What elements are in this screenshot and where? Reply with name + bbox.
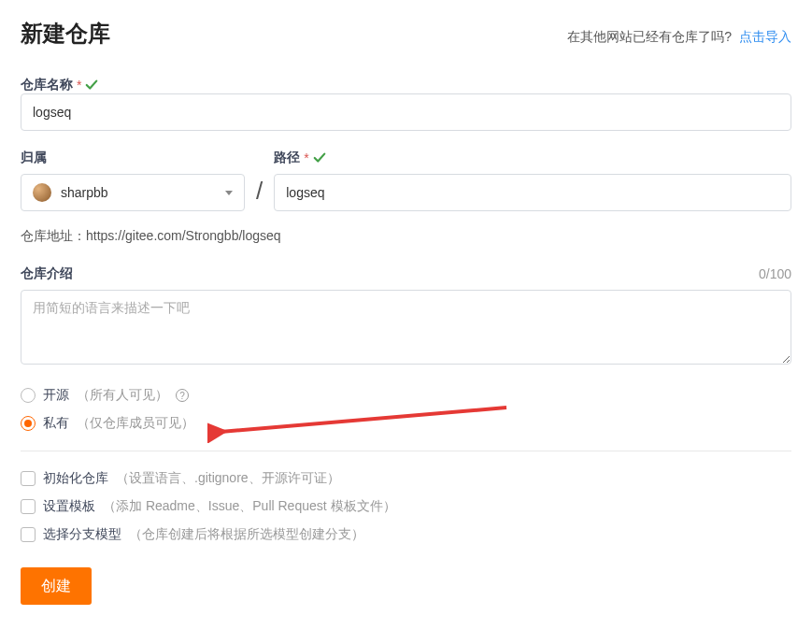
repo-name-input[interactable] — [21, 93, 791, 131]
check-icon — [85, 79, 98, 92]
chevron-down-icon — [225, 191, 233, 195]
path-input[interactable] — [274, 174, 791, 211]
repo-address: 仓库地址：https://gitee.com/Strongbb/logseq — [21, 228, 791, 245]
divider — [21, 451, 791, 451]
template-label: 设置模板 — [43, 498, 95, 515]
create-button[interactable]: 创建 — [21, 567, 92, 605]
page-title: 新建仓库 — [21, 19, 110, 49]
avatar — [33, 183, 51, 202]
visibility-public-radio[interactable] — [21, 388, 36, 403]
branch-model-label: 选择分支模型 — [43, 526, 121, 543]
branch-model-hint: （仓库创建后将根据所选模型创建分支） — [129, 526, 364, 543]
path-separator: / — [256, 177, 263, 211]
init-repo-hint: （设置语言、.gitignore、开源许可证） — [116, 470, 340, 487]
intro-counter: 0/100 — [759, 266, 791, 281]
visibility-public-hint: （所有人可见） — [77, 387, 168, 404]
intro-textarea[interactable] — [21, 290, 791, 365]
owner-label: 归属 — [21, 150, 47, 166]
template-checkbox[interactable] — [21, 499, 36, 514]
help-icon[interactable]: ? — [176, 389, 189, 402]
branch-model-checkbox[interactable] — [21, 527, 36, 542]
check-icon — [313, 151, 326, 165]
init-repo-checkbox[interactable] — [21, 471, 36, 486]
visibility-private-hint: （仅仓库成员可见） — [77, 415, 194, 432]
intro-label: 仓库介绍 — [21, 265, 73, 282]
visibility-private-label: 私有 — [43, 415, 69, 432]
init-repo-label: 初始化仓库 — [43, 470, 108, 487]
owner-dropdown[interactable]: sharpbb — [21, 174, 245, 211]
path-label: 路径 — [274, 150, 300, 166]
required-mark: * — [77, 78, 81, 93]
required-mark: * — [304, 150, 308, 165]
import-link[interactable]: 点击导入 — [739, 29, 791, 44]
template-hint: （添加 Readme、Issue、Pull Request 模板文件） — [103, 498, 396, 515]
import-prompt: 在其他网站已经有仓库了吗? 点击导入 — [567, 29, 791, 46]
visibility-public-label: 开源 — [43, 387, 69, 404]
visibility-private-radio[interactable] — [21, 416, 36, 431]
import-prompt-text: 在其他网站已经有仓库了吗? — [567, 29, 732, 44]
repo-name-label: 仓库名称 — [21, 77, 73, 93]
owner-value: sharpbb — [61, 185, 225, 200]
